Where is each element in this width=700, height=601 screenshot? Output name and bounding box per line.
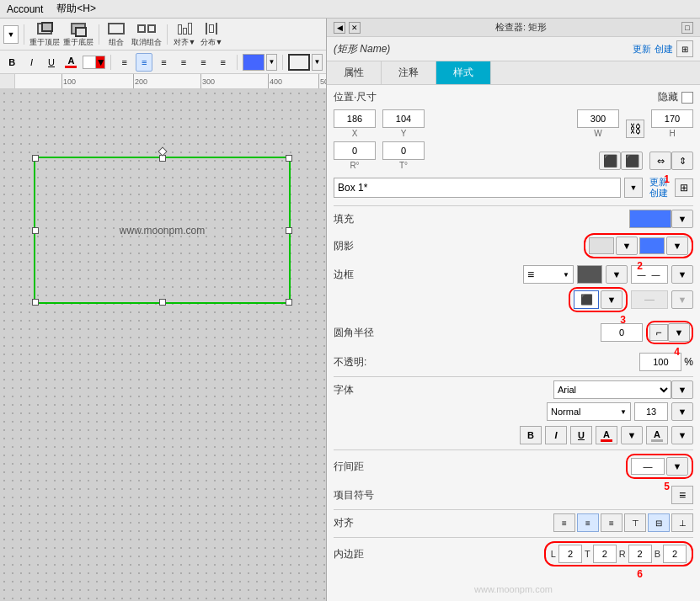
y-input[interactable] <box>382 109 425 128</box>
layer-back-btn[interactable]: 重于底层 <box>63 20 94 48</box>
shape-icon-btn[interactable]: ⊞ <box>676 40 693 57</box>
align-center-btn[interactable]: ≡ <box>136 53 152 72</box>
handle-tl[interactable] <box>32 155 39 162</box>
font-color-btn[interactable]: A <box>62 53 79 72</box>
shape-name-dropdown[interactable]: ▼ <box>624 178 643 198</box>
shadow-type-dropdown[interactable]: ▼ <box>616 237 638 255</box>
line-height-dropdown[interactable]: ▼ <box>666 457 688 476</box>
align-j1-btn[interactable]: ≡ <box>175 53 192 72</box>
bg-color-btn[interactable] <box>83 56 96 69</box>
shape-box[interactable]: www.moonpm.com <box>34 157 291 304</box>
h-input[interactable] <box>651 109 693 128</box>
shadow-color-dropdown[interactable]: ▼ <box>666 237 688 255</box>
border-pos-dropdown[interactable]: ▼ <box>601 290 623 309</box>
canvas[interactable]: www.moonpm.com <box>0 89 326 601</box>
bg-color-dropdown[interactable]: ▼ <box>95 56 105 69</box>
align-horiz-btn[interactable]: ⬛ <box>599 152 621 170</box>
align-right-btn[interactable]: ≡ <box>155 53 172 72</box>
color-rect[interactable] <box>243 54 265 71</box>
align-btn[interactable]: 对齐▼ <box>173 20 196 48</box>
update-btn[interactable]: 更新 <box>633 43 651 56</box>
align-left-btn[interactable]: ≡ <box>116 53 133 72</box>
align-vert-btn[interactable]: ⬛ <box>621 152 643 170</box>
shape-library-btn[interactable]: ⊞ <box>675 178 693 197</box>
account-menu[interactable]: Account <box>7 3 43 15</box>
lock-aspect-btn[interactable]: ⛓ <box>626 120 644 138</box>
create-btn[interactable]: 创建 <box>655 43 673 56</box>
win-back-btn[interactable]: ◀ <box>334 22 345 34</box>
fill-color-swatch[interactable] <box>629 210 671 228</box>
help-menu[interactable]: 帮助<H> <box>56 2 96 16</box>
align-right-text[interactable]: ≡ <box>601 513 623 532</box>
group-btn[interactable]: 组合 <box>104 20 128 48</box>
align-bottom-text[interactable]: ⊥ <box>671 513 693 532</box>
handle-ml[interactable] <box>32 227 39 234</box>
text-bold-btn[interactable]: B <box>520 426 542 444</box>
text-italic-btn[interactable]: I <box>545 426 567 444</box>
ungroup-btn[interactable]: 取消组合 <box>131 20 162 48</box>
align-j3-btn[interactable]: ≡ <box>215 53 232 72</box>
font-dropdown-arrow[interactable]: ▼ <box>671 380 693 399</box>
r-input[interactable] <box>334 141 376 160</box>
align-center-text[interactable]: ≡ <box>577 513 599 532</box>
corner-radius-input[interactable] <box>601 323 643 342</box>
text-font-color-dropdown[interactable]: ▼ <box>621 426 643 444</box>
padding-l-input[interactable] <box>558 545 582 563</box>
bullet-btn[interactable]: ≡ <box>671 486 693 504</box>
border-color-dropdown[interactable]: ▼ <box>606 265 628 284</box>
t-input[interactable] <box>382 141 425 160</box>
border-style-dropdown[interactable]: ≡▼ <box>523 265 574 284</box>
italic-btn[interactable]: I <box>23 53 40 72</box>
underline-btn[interactable]: U <box>43 53 60 72</box>
w-input[interactable] <box>577 109 619 128</box>
win-forward-btn[interactable]: ✕ <box>349 22 361 34</box>
font-style-select[interactable]: Normal ▼ <box>547 402 631 421</box>
handle-br[interactable] <box>286 299 292 306</box>
font-size-dropdown[interactable]: ▼ <box>671 402 693 421</box>
border-extra-btn[interactable]: — <box>631 290 668 309</box>
text-font-color2-dropdown[interactable]: ▼ <box>671 426 693 444</box>
border-dash-dropdown[interactable]: ▼ <box>671 265 693 284</box>
distribute-btn[interactable]: 分布▼ <box>200 20 223 48</box>
tab-properties[interactable]: 属性 <box>327 61 382 84</box>
handle-bl[interactable] <box>32 299 39 306</box>
padding-r-input[interactable] <box>628 545 652 563</box>
border-pos-btn[interactable]: ⬛ <box>574 290 599 309</box>
align-left-text[interactable]: ≡ <box>553 513 575 532</box>
handle-mr[interactable] <box>286 227 292 234</box>
shadow-color-swatch[interactable] <box>639 237 665 254</box>
border-btn[interactable] <box>288 54 310 71</box>
font-size-input[interactable] <box>634 402 668 421</box>
padding-b-input[interactable] <box>663 545 687 563</box>
dropdown-small[interactable]: ▼ <box>3 25 19 44</box>
text-font-color-btn[interactable]: A <box>596 426 617 444</box>
align-j2-btn[interactable]: ≡ <box>195 53 211 72</box>
tab-notes[interactable]: 注释 <box>382 61 436 84</box>
align-top-text[interactable]: ⊤ <box>624 513 646 532</box>
handle-bc[interactable] <box>159 299 166 306</box>
window-expand-btn[interactable]: □ <box>681 22 693 34</box>
tab-style[interactable]: 样式 <box>436 61 491 84</box>
corner-type-dropdown[interactable]: ▼ <box>668 323 690 342</box>
shape-name-input[interactable] <box>334 178 621 198</box>
bold-btn[interactable]: B <box>3 53 20 72</box>
text-font-color2-btn[interactable]: A <box>646 426 668 444</box>
hide-checkbox[interactable] <box>681 92 693 104</box>
layer-front-btn[interactable]: 重于顶层 <box>29 20 60 48</box>
handle-tr[interactable] <box>286 155 292 162</box>
shadow-type-swatch[interactable] <box>589 237 614 254</box>
border-color-swatch[interactable] <box>577 265 602 284</box>
fill-color-dropdown[interactable]: ▼ <box>671 210 693 228</box>
color-dropdown[interactable]: ▼ <box>266 54 277 71</box>
x-input[interactable] <box>334 109 376 128</box>
border-extra-dropdown[interactable]: ▼ <box>671 290 693 309</box>
font-name-select[interactable]: Arial <box>553 380 671 399</box>
line-height-value[interactable]: — <box>631 458 665 475</box>
border-dropdown[interactable]: ▼ <box>312 54 323 71</box>
align-middle-text[interactable]: ⊟ <box>648 513 670 532</box>
padding-t-input[interactable] <box>593 545 617 563</box>
text-underline-btn[interactable]: U <box>570 426 592 444</box>
corner-type-btn[interactable]: ⌐ <box>649 324 668 341</box>
flip-v-btn[interactable]: ⇕ <box>671 152 693 170</box>
flip-h-btn[interactable]: ⇔ <box>649 152 671 170</box>
